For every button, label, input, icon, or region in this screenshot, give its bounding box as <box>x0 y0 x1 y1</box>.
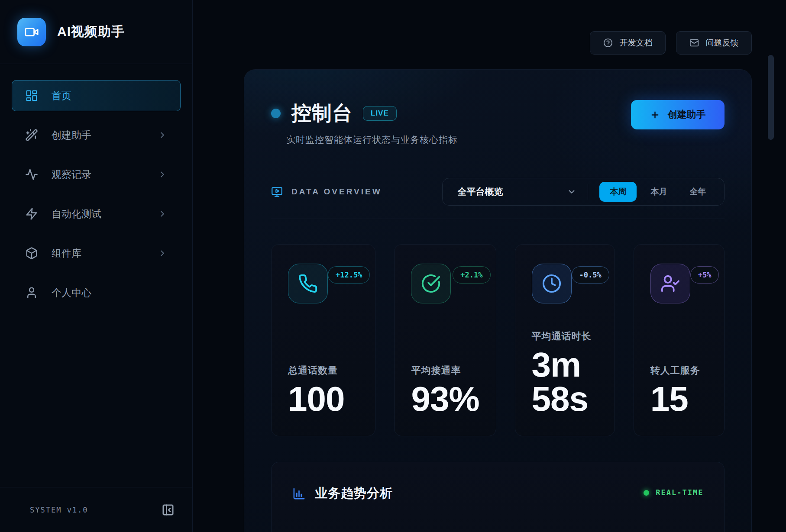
mail-icon <box>689 38 699 48</box>
stats-grid: +12.5% 总通话数量 100 +2.1% 平均接通率 93% <box>271 244 725 436</box>
realtime-indicator: REAL-TIME <box>644 488 703 497</box>
stat-label: 平均接通率 <box>411 364 479 377</box>
feedback-button[interactable]: 问题反馈 <box>676 31 752 55</box>
realtime-label: REAL-TIME <box>656 488 703 497</box>
data-overview-label: DATA OVERVIEW <box>291 187 382 197</box>
sidebar-item-label: 自动化测试 <box>52 207 101 221</box>
stat-card-avg-duration: -0.5% 平均通话时长 3m 58s <box>515 244 615 436</box>
overview-filter-box: 全平台概览 本周 本月 全年 <box>442 178 725 206</box>
sidebar-item-label: 观察记录 <box>52 168 91 181</box>
app-logo-row: AI视频助手 <box>0 0 192 64</box>
video-camera-icon <box>24 25 39 39</box>
dev-docs-button[interactable]: 开发文档 <box>590 31 666 55</box>
dashboard-panel: 控制台 LIVE 实时监控智能体运行状态与业务核心指标 创建助手 DATA OV… <box>244 69 752 532</box>
dashboard-title-block: 控制台 LIVE 实时监控智能体运行状态与业务核心指标 <box>271 100 458 146</box>
stat-label: 平均通话时长 <box>532 330 598 343</box>
scrollbar-thumb[interactable] <box>768 55 774 140</box>
chevron-right-icon <box>158 209 167 219</box>
sidebar-item-label: 首页 <box>52 89 71 103</box>
create-assistant-button[interactable]: 创建助手 <box>631 100 725 129</box>
status-dot <box>271 109 281 118</box>
cube-icon <box>25 247 38 260</box>
tab-this-month[interactable]: 本月 <box>642 182 676 202</box>
chevron-right-icon <box>158 170 167 179</box>
sidebar-footer: SYSTEM v1.0 <box>0 487 192 532</box>
trend-badge: +12.5% <box>328 266 370 284</box>
dashboard-header: 控制台 LIVE 实时监控智能体运行状态与业务核心指标 创建助手 <box>271 100 725 146</box>
system-version: SYSTEM v1.0 <box>30 506 88 514</box>
stat-card-total-calls: +12.5% 总通话数量 100 <box>271 244 375 436</box>
collapse-sidebar-button[interactable] <box>158 500 178 519</box>
sidebar-item-automation-test[interactable]: 自动化测试 <box>12 198 181 229</box>
bar-chart-icon <box>292 487 306 500</box>
sidebar-item-label: 创建助手 <box>52 129 91 142</box>
main-content: 开发文档 问题反馈 控制台 LIVE 实时监控智能体运行状态与业务核心指标 <box>193 0 786 532</box>
tab-this-week[interactable]: 本周 <box>599 182 637 202</box>
stat-card-answer-rate: +2.1% 平均接通率 93% <box>394 244 496 436</box>
stat-label: 总通话数量 <box>288 364 359 377</box>
panel-collapse-icon <box>162 503 175 516</box>
plus-icon <box>650 110 660 120</box>
monitor-play-icon <box>271 186 283 198</box>
trend-analysis-card: 业务趋势分析 REAL-TIME <box>271 462 725 532</box>
sidebar-item-home[interactable]: 首页 <box>12 80 181 111</box>
trend-title: 业务趋势分析 <box>315 485 393 502</box>
clock-icon <box>532 264 572 303</box>
create-assistant-label: 创建助手 <box>667 108 705 121</box>
platform-select[interactable]: 全平台概览 <box>457 186 576 198</box>
trend-badge: +5% <box>690 266 719 284</box>
sidebar-item-label: 个人中心 <box>52 286 91 300</box>
period-tabs: 本周 本月 全年 <box>599 182 715 202</box>
user-check-icon <box>650 264 690 303</box>
realtime-dot <box>644 490 649 496</box>
sidebar-item-observation-log[interactable]: 观察记录 <box>12 159 181 190</box>
page-subtitle: 实时监控智能体运行状态与业务核心指标 <box>286 134 458 146</box>
zap-icon <box>25 207 38 220</box>
trend-badge: -0.5% <box>572 266 609 284</box>
sidebar-item-component-library[interactable]: 组件库 <box>12 238 181 269</box>
stat-value: 93% <box>411 382 479 416</box>
wand-icon <box>25 129 38 142</box>
stat-value: 100 <box>288 382 359 416</box>
data-overview-row: DATA OVERVIEW 全平台概览 本周 本月 全年 <box>271 178 725 219</box>
platform-select-value: 全平台概览 <box>457 186 503 198</box>
chevron-down-icon <box>567 187 576 197</box>
chevron-right-icon <box>158 130 167 140</box>
tab-this-year[interactable]: 全年 <box>681 182 715 202</box>
help-circle-icon <box>603 38 613 48</box>
circle-check-icon <box>411 264 451 303</box>
stat-card-human-transfer: +5% 转人工服务 15 <box>634 244 725 436</box>
sidebar-item-create-assistant[interactable]: 创建助手 <box>12 119 181 151</box>
dashboard-icon <box>25 89 38 102</box>
user-icon <box>25 286 38 299</box>
stat-value: 15 <box>650 382 708 416</box>
app-title: AI视频助手 <box>57 23 125 41</box>
sidebar-menu: 首页 创建助手 观察记录 自动化测试 <box>0 64 192 487</box>
live-badge: LIVE <box>363 106 397 121</box>
activity-icon <box>25 168 38 181</box>
feedback-label: 问题反馈 <box>705 37 738 48</box>
sidebar: AI视频助手 首页 创建助手 观察记录 <box>0 0 193 532</box>
dev-docs-label: 开发文档 <box>619 37 652 48</box>
app-logo <box>17 18 46 46</box>
trend-badge: +2.1% <box>453 266 490 284</box>
phone-icon <box>288 264 328 303</box>
stat-label: 转人工服务 <box>650 364 708 377</box>
page-title: 控制台 <box>291 100 353 127</box>
sidebar-item-label: 组件库 <box>52 247 81 260</box>
stat-value: 3m 58s <box>532 348 598 416</box>
divider <box>588 184 588 200</box>
chevron-right-icon <box>158 248 167 258</box>
topbar: 开发文档 问题反馈 <box>244 31 752 55</box>
data-overview-heading: DATA OVERVIEW <box>271 186 382 198</box>
sidebar-item-profile[interactable]: 个人中心 <box>12 277 181 308</box>
